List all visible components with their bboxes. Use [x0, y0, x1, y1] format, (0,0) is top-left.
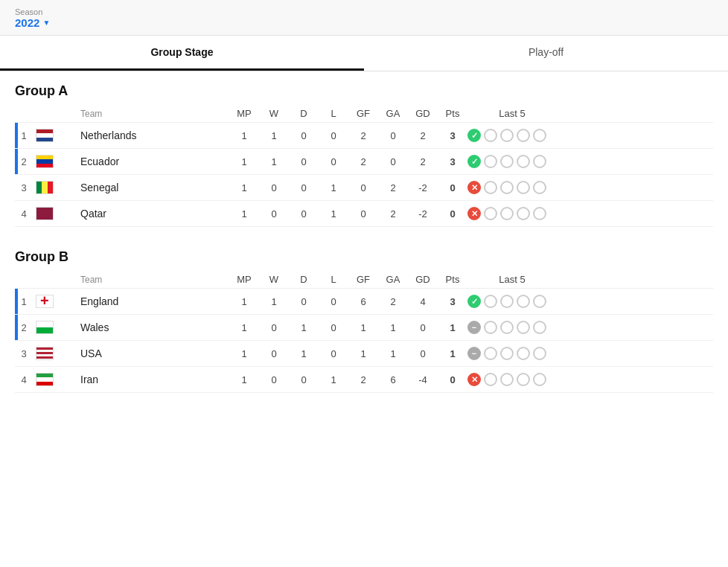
- stat-gd: 0: [408, 348, 438, 359]
- stat-d: 1: [289, 348, 319, 359]
- col-gd: GD: [408, 108, 438, 119]
- stat-gd: -2: [408, 182, 438, 193]
- season-selector[interactable]: 2022 ▼: [15, 16, 713, 29]
- season-header: Season 2022 ▼: [0, 0, 728, 36]
- last5-indicators: −: [467, 347, 557, 360]
- stat-pts: 3: [438, 296, 467, 307]
- stat-gd: 0: [408, 322, 438, 333]
- stat-ga: 6: [378, 374, 408, 385]
- team-flag: [33, 181, 54, 194]
- stat-l: 0: [319, 296, 348, 307]
- result-draw-icon: −: [467, 347, 481, 360]
- group-title: Group B: [15, 249, 713, 265]
- stat-l: 1: [319, 208, 348, 220]
- group-group-b: Group B Team MP W D L GF GA GD Pts Last …: [15, 249, 713, 393]
- stat-mp: 1: [229, 374, 259, 385]
- stat-gf: 2: [348, 130, 378, 141]
- qualified-bar: [15, 315, 18, 340]
- result-empty-icon: [500, 155, 514, 168]
- team-flag: [33, 373, 54, 386]
- team-name: USA: [80, 347, 229, 359]
- stat-d: 0: [289, 182, 319, 193]
- result-empty-icon: [500, 321, 514, 334]
- col-ga: GA: [378, 274, 408, 285]
- col-w: W: [259, 274, 289, 285]
- result-empty-icon: [533, 181, 546, 194]
- stat-gd: -4: [408, 374, 438, 385]
- table-row[interactable]: 4 Qatar 1 0 0 1 0 2 -2 0 ✕: [15, 201, 713, 227]
- table-row[interactable]: 1 England 1 1 0 0 6 2 4 3 ✓: [15, 289, 713, 315]
- stat-w: 1: [259, 156, 289, 167]
- flag-wa: [36, 321, 54, 334]
- col-d: D: [289, 108, 319, 119]
- stat-ga: 0: [378, 156, 408, 167]
- col-w: W: [259, 108, 289, 119]
- tab-play-off[interactable]: Play-off: [364, 36, 728, 71]
- flag-nl: [36, 129, 54, 142]
- stat-d: 0: [289, 208, 319, 220]
- col-d: D: [289, 274, 319, 285]
- result-empty-icon: [517, 129, 530, 142]
- result-empty-icon: [517, 347, 530, 360]
- dropdown-icon: ▼: [42, 19, 50, 27]
- result-win-icon: ✓: [467, 155, 481, 168]
- team-rank: 3: [15, 348, 33, 359]
- result-win-icon: ✓: [467, 129, 481, 142]
- stat-gd: -2: [408, 208, 438, 220]
- stat-pts: 0: [438, 374, 467, 385]
- stat-mp: 1: [229, 296, 259, 307]
- stat-mp: 1: [229, 156, 259, 167]
- result-empty-icon: [533, 347, 546, 360]
- team-name: England: [80, 295, 229, 307]
- table-row[interactable]: 2 Ecuador 1 1 0 0 2 0 2 3 ✓: [15, 149, 713, 175]
- stat-pts: 1: [438, 348, 467, 359]
- team-rank: 4: [15, 374, 33, 385]
- result-empty-icon: [533, 155, 546, 168]
- stat-d: 0: [289, 156, 319, 167]
- table-row[interactable]: 3 USA 1 0 1 0 1 1 0 1 −: [15, 341, 713, 367]
- table-row[interactable]: 3 Senegal 1 0 0 1 0 2 -2 0 ✕: [15, 175, 713, 201]
- result-empty-icon: [484, 347, 497, 360]
- table-row[interactable]: 1 Netherlands 1 1 0 0 2 0 2 3 ✓: [15, 123, 713, 149]
- tabs-container: Group Stage Play-off: [0, 36, 728, 71]
- stat-w: 0: [259, 348, 289, 359]
- team-rank: 4: [15, 208, 33, 220]
- stat-gd: 2: [408, 156, 438, 167]
- qualified-bar: [15, 123, 18, 148]
- result-empty-icon: [517, 155, 530, 168]
- stat-l: 1: [319, 374, 348, 385]
- col-ga: GA: [378, 108, 408, 119]
- stat-w: 1: [259, 130, 289, 141]
- stat-d: 1: [289, 322, 319, 333]
- team-name: Senegal: [80, 182, 229, 193]
- result-empty-icon: [500, 347, 514, 360]
- season-label: Season: [15, 7, 713, 16]
- stat-pts: 0: [438, 208, 467, 220]
- result-empty-icon: [484, 295, 497, 308]
- qualified-bar: [15, 149, 18, 174]
- stat-mp: 1: [229, 130, 259, 141]
- result-empty-icon: [484, 155, 497, 168]
- table-row[interactable]: 4 Iran 1 0 0 1 2 6 -4 0 ✕: [15, 367, 713, 393]
- result-empty-icon: [517, 321, 530, 334]
- qualified-bar: [15, 289, 18, 314]
- stat-gd: 4: [408, 296, 438, 307]
- col-pts: Pts: [438, 108, 467, 119]
- stat-ga: 0: [378, 130, 408, 141]
- table-header: Team MP W D L GF GA GD Pts Last 5: [15, 105, 713, 123]
- flag-qa: [36, 207, 54, 220]
- col-mp: MP: [229, 274, 259, 285]
- stat-pts: 1: [438, 322, 467, 333]
- last5-indicators: −: [467, 321, 557, 334]
- col-gd: GD: [408, 274, 438, 285]
- col-mp: MP: [229, 108, 259, 119]
- stat-ga: 2: [378, 296, 408, 307]
- flag-ir: [36, 373, 54, 386]
- result-empty-icon: [500, 129, 514, 142]
- result-empty-icon: [500, 295, 514, 308]
- result-empty-icon: [500, 373, 514, 386]
- stat-mp: 1: [229, 348, 259, 359]
- tab-group-stage[interactable]: Group Stage: [0, 36, 364, 71]
- table-row[interactable]: 2 Wales 1 0 1 0 1 1 0 1 −: [15, 315, 713, 341]
- last5-indicators: ✕: [467, 207, 557, 220]
